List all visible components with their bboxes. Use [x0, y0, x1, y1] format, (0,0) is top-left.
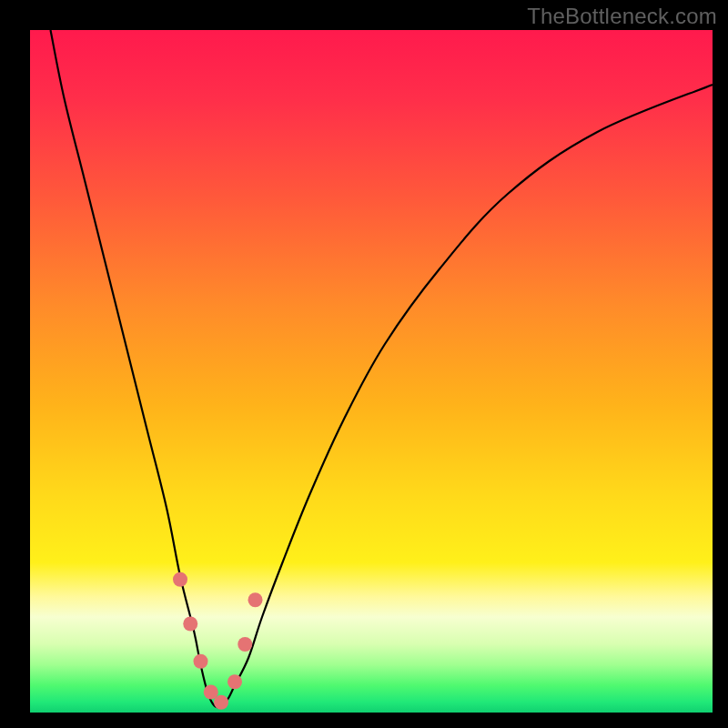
marker-point	[228, 674, 242, 689]
chart-svg	[30, 30, 713, 713]
marker-point	[248, 592, 263, 607]
marker-point	[238, 637, 252, 652]
marker-point	[214, 695, 228, 710]
marker-point	[183, 617, 197, 632]
plot-area	[30, 30, 713, 713]
marker-point	[173, 572, 187, 587]
marker-point	[194, 654, 208, 669]
watermark-text: TheBottleneck.com	[527, 4, 717, 29]
chart-frame: TheBottleneck.com	[0, 0, 728, 728]
